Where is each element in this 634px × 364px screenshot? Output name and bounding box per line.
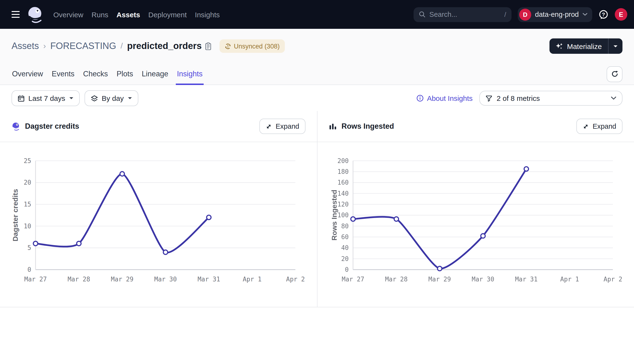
main-nav: Overview Runs Assets Deployment Insights [53, 10, 220, 18]
line-chart-dagster-credits: 0510152025Mar 27Mar 28Mar 29Mar 30Mar 31… [0, 142, 317, 307]
svg-text:Mar 31: Mar 31 [515, 276, 538, 283]
layers-icon [90, 95, 98, 102]
deployment-avatar: D [519, 8, 531, 20]
nav-item-insights[interactable]: Insights [195, 10, 220, 18]
nav-item-deployment[interactable]: Deployment [148, 10, 187, 18]
breadcrumb-group-link[interactable]: FORECASTING [50, 41, 116, 52]
tab-insights[interactable]: Insights [176, 64, 203, 84]
svg-text:40: 40 [341, 244, 349, 252]
svg-text:80: 80 [341, 222, 349, 230]
tab-lineage[interactable]: Lineage [141, 64, 168, 84]
help-button[interactable]: ? [598, 9, 608, 20]
date-range-label: Last 7 days [28, 94, 65, 102]
search-placeholder: Search... [430, 10, 500, 18]
insights-toolbar: Last 7 days By day About Insights [0, 85, 634, 111]
deployment-name: data-eng-prod [535, 10, 579, 18]
refresh-icon [611, 70, 618, 78]
svg-text:Apr 2: Apr 2 [286, 276, 305, 283]
chart-card-rows-ingested: Rows Ingested Expand 0204060801001201401… [317, 111, 634, 307]
sync-alert-icon [225, 43, 231, 49]
svg-text:100: 100 [338, 212, 349, 219]
svg-text:Apr 1: Apr 1 [560, 276, 579, 283]
svg-text:Mar 27: Mar 27 [342, 276, 364, 283]
svg-text:Mar 30: Mar 30 [154, 276, 177, 283]
svg-text:20: 20 [24, 179, 31, 186]
svg-text:Rows Ingested: Rows Ingested [330, 190, 338, 240]
chart-card-header: Rows Ingested Expand [318, 111, 634, 142]
granularity-label: By day [102, 94, 124, 102]
asset-tabs: Overview Events Checks Plots Lineage Ins… [0, 64, 634, 85]
asset-name: predicted_orders [127, 41, 202, 52]
svg-text:Dagster credits: Dagster credits [11, 189, 19, 241]
svg-text:Mar 31: Mar 31 [198, 276, 220, 283]
calendar-icon [18, 95, 24, 102]
expand-chart-button[interactable]: Expand [576, 118, 622, 134]
breadcrumb-assets-link[interactable]: Assets [12, 41, 39, 52]
clipboard-icon [204, 42, 212, 50]
svg-text:Mar 30: Mar 30 [472, 276, 494, 283]
svg-text:10: 10 [24, 222, 31, 230]
breadcrumb: Assets › FORECASTING / predicted_orders [12, 41, 202, 52]
materialize-split-button: Materialize [550, 38, 622, 54]
question-mark-icon: ? [598, 9, 608, 20]
user-avatar[interactable]: E [615, 8, 627, 21]
refresh-button[interactable] [606, 66, 622, 82]
svg-text:Mar 29: Mar 29 [111, 276, 134, 283]
svg-text:15: 15 [24, 201, 31, 208]
expand-label: Expand [593, 122, 616, 130]
tab-overview[interactable]: Overview [12, 64, 44, 84]
hamburger-menu-icon[interactable] [12, 11, 20, 18]
search-shortcut-hint: / [504, 10, 506, 18]
search-input[interactable]: Search... / [414, 7, 512, 22]
svg-text:Apr 1: Apr 1 [243, 276, 262, 283]
nav-right-cluster: Search... / D data-eng-prod ? E [414, 7, 627, 22]
breadcrumb-slash: / [120, 41, 123, 51]
search-icon [419, 11, 426, 18]
unsynced-badge-label: Unsynced (308) [234, 42, 280, 50]
expand-icon [266, 123, 272, 130]
dagster-logo-icon[interactable] [26, 6, 44, 23]
nav-item-overview[interactable]: Overview [53, 10, 83, 18]
metrics-filter-label: 2 of 8 metrics [497, 94, 540, 102]
svg-text:5: 5 [28, 244, 31, 252]
materialize-dropdown-button[interactable] [608, 38, 622, 54]
dagster-app: Overview Runs Assets Deployment Insights… [0, 0, 634, 364]
nav-item-assets[interactable]: Assets [116, 10, 140, 18]
caret-down-icon [613, 45, 618, 47]
expand-icon [582, 123, 589, 130]
page-header-area: Assets › FORECASTING / predicted_orders [0, 29, 634, 85]
svg-text:0: 0 [345, 266, 349, 273]
svg-text:Mar 28: Mar 28 [68, 276, 90, 283]
chart-area: 0510152025Mar 27Mar 28Mar 29Mar 30Mar 31… [0, 142, 317, 307]
sparkles-icon [556, 42, 563, 50]
svg-text:0: 0 [28, 266, 31, 273]
date-range-filter-button[interactable]: Last 7 days [12, 90, 80, 106]
deployment-switcher[interactable]: D data-eng-prod [518, 7, 592, 22]
materialize-label: Materialize [567, 42, 602, 50]
expand-chart-button[interactable]: Expand [259, 118, 306, 134]
granularity-filter-button[interactable]: By day [84, 90, 138, 106]
svg-text:Apr 2: Apr 2 [604, 276, 622, 283]
svg-text:160: 160 [338, 179, 349, 186]
filter-funnel-icon [486, 95, 492, 102]
materialize-button[interactable]: Materialize [550, 38, 608, 54]
svg-text:Mar 28: Mar 28 [385, 276, 408, 283]
svg-text:Mar 27: Mar 27 [24, 276, 47, 283]
tab-checks[interactable]: Checks [82, 64, 108, 84]
svg-text:120: 120 [338, 201, 349, 208]
top-nav: Overview Runs Assets Deployment Insights… [0, 0, 634, 29]
chevron-down-icon [611, 96, 616, 100]
metrics-filter-select[interactable]: 2 of 8 metrics [479, 91, 622, 106]
insights-chart-grid: Dagster credits Expand 0510152025Mar 27M… [0, 111, 634, 307]
bar-chart-icon [329, 123, 337, 130]
tab-plots[interactable]: Plots [116, 64, 134, 84]
tab-events[interactable]: Events [51, 64, 75, 84]
dagster-octopus-icon [12, 122, 20, 130]
svg-text:180: 180 [338, 168, 349, 175]
about-insights-link[interactable]: About Insights [416, 94, 472, 102]
chart-title: Dagster credits [25, 122, 79, 130]
nav-item-runs[interactable]: Runs [92, 10, 108, 18]
copy-asset-name-button[interactable] [204, 42, 212, 50]
info-icon [416, 94, 424, 102]
caret-down-icon [69, 97, 73, 100]
